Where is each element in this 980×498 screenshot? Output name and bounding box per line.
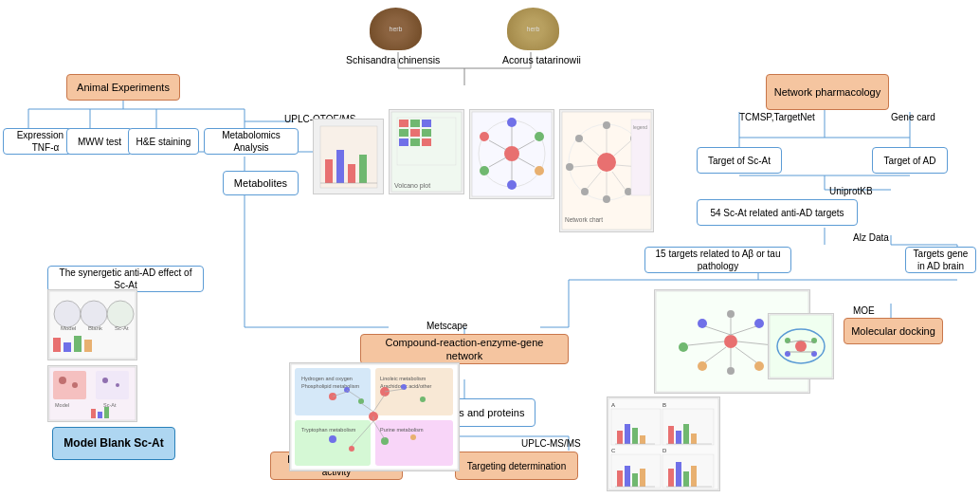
svg-rect-57	[410, 120, 420, 127]
molecular-docking-box: Molecular docking	[844, 318, 943, 344]
svg-point-152	[410, 434, 416, 440]
svg-text:A: A	[611, 402, 615, 408]
sc-at-targets-box: 54 Sc-At related anti-AD targets	[697, 199, 858, 226]
svg-point-72	[507, 180, 517, 190]
svg-point-167	[107, 301, 134, 327]
svg-point-68	[504, 146, 519, 161]
svg-rect-184	[104, 407, 109, 418]
svg-rect-56	[399, 120, 408, 127]
svg-rect-197	[683, 424, 689, 444]
diagram-container: herb herb Schisandra chinensis Acorus ta…	[0, 0, 980, 498]
uniprotkb-label: UniprotKB	[829, 186, 873, 196]
svg-rect-189	[625, 424, 630, 444]
svg-point-88	[603, 195, 610, 203]
svg-rect-171	[74, 336, 82, 352]
svg-point-150	[349, 446, 354, 452]
svg-rect-188	[617, 431, 623, 444]
svg-point-71	[535, 166, 544, 175]
targets-15-box: 15 targets related to Aβ or tau patholog…	[644, 247, 791, 273]
svg-point-69	[507, 118, 517, 127]
schisandra-herb-image: herb	[370, 8, 422, 50]
svg-rect-205	[640, 469, 645, 487]
svg-rect-190	[632, 428, 638, 444]
svg-point-112	[727, 367, 735, 375]
model-blank-scat-box: Model Blank Sc-At	[52, 427, 175, 460]
svg-point-163	[54, 301, 81, 327]
targeting-determination-box: Targeting determination	[455, 452, 578, 480]
svg-rect-58	[422, 120, 431, 127]
svg-rect-210	[676, 462, 681, 487]
svg-rect-51	[348, 164, 355, 183]
svg-rect-61	[422, 129, 431, 137]
svg-rect-174	[53, 371, 86, 399]
svg-rect-212	[691, 466, 697, 487]
target-sc-at-box: Target of Sc-At	[697, 147, 782, 174]
svg-rect-182	[91, 409, 96, 418]
acorus-herb-image: herb	[507, 8, 559, 50]
network-pharmacology-box: Network pharmacology	[766, 74, 889, 110]
svg-point-90	[566, 163, 573, 171]
svg-rect-62	[399, 138, 408, 146]
svg-point-179	[102, 378, 108, 383]
svg-text:legend: legend	[633, 124, 647, 130]
tcmsp-label: TCMSP,TargetNet	[739, 112, 815, 122]
svg-rect-196	[676, 431, 681, 444]
svg-rect-50	[336, 150, 344, 183]
compound-reaction-img: Hydrogen and oxygen Phospholipid metabol…	[289, 362, 460, 471]
svg-point-110	[754, 361, 764, 371]
svg-point-109	[698, 361, 707, 371]
alz-data-label: Alz Data	[853, 232, 889, 243]
svg-text:Volcano plot: Volcano plot	[394, 182, 430, 190]
svg-point-175	[59, 377, 66, 384]
svg-rect-195	[668, 426, 674, 444]
svg-text:C: C	[611, 448, 616, 453]
targets-gene-ad-box: Targets gene in AD brain	[905, 247, 976, 273]
svg-rect-178	[96, 371, 129, 399]
svg-rect-191	[640, 435, 645, 444]
svg-rect-52	[359, 155, 367, 183]
svg-rect-49	[325, 159, 333, 183]
svg-point-176	[72, 382, 78, 388]
svg-rect-170	[64, 342, 71, 352]
metabolomics-chart-1	[313, 119, 384, 194]
svg-point-149	[329, 435, 336, 443]
animal-experiments-box: Animal Experiments	[66, 74, 180, 101]
svg-text:Sc-At: Sc-At	[115, 325, 129, 331]
svg-rect-63	[410, 138, 420, 146]
uplcms-label: UPLC-MS/MS	[521, 438, 581, 449]
svg-rect-183	[98, 412, 102, 418]
svg-text:Purine metabolism: Purine metabolism	[380, 427, 424, 433]
svg-text:D: D	[662, 448, 667, 453]
svg-point-73	[480, 166, 489, 175]
schisandra-label: Schisandra chinensis	[346, 54, 440, 65]
svg-rect-204	[632, 473, 638, 487]
metabolomics-box: Metabolomics Analysis	[204, 128, 299, 155]
svg-rect-211	[683, 471, 689, 487]
svg-point-123	[795, 341, 807, 352]
svg-point-89	[581, 188, 589, 195]
svg-text:Hydrogen and oxygen: Hydrogen and oxygen	[301, 376, 353, 381]
svg-rect-101	[631, 120, 650, 195]
svg-rect-203	[625, 466, 630, 487]
svg-text:Phospholipid metabolism: Phospholipid metabolism	[301, 383, 360, 389]
acorus-label: Acorus tatarinowii	[502, 54, 581, 65]
svg-rect-198	[691, 433, 697, 444]
svg-point-91	[575, 135, 583, 142]
svg-point-84	[603, 121, 610, 129]
network-chart-1	[469, 109, 554, 199]
moe-label: MOE	[853, 305, 875, 316]
svg-text:Blank: Blank	[88, 325, 103, 331]
svg-point-107	[679, 342, 688, 352]
he-staining-box: H&E staining	[128, 128, 199, 155]
svg-rect-172	[84, 340, 92, 352]
svg-point-70	[535, 132, 544, 141]
svg-rect-169	[53, 338, 61, 352]
svg-rect-60	[410, 129, 420, 137]
svg-point-180	[116, 383, 119, 387]
metabolomics-chart-2: Volcano plot	[389, 109, 464, 194]
svg-text:Model: Model	[55, 402, 69, 408]
metscape-label: Metscape	[426, 321, 467, 331]
gene-card-label: Gene card	[891, 112, 935, 122]
metabolites-box: Metabolites	[223, 171, 299, 195]
compound-network-box: Compound-reaction-enzyme-gene network	[360, 334, 569, 364]
